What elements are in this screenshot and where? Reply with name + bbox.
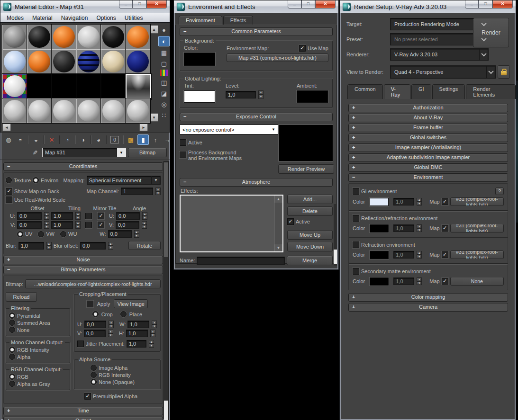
- blur-offset-spinner[interactable]: ▲▼: [108, 242, 113, 250]
- render-setup-titlebar[interactable]: Render Setup: V-Ray Adv 3.20.03 _ □ ✕: [340, 0, 516, 13]
- material-slot-empty[interactable]: [52, 74, 76, 98]
- effects-scroll-down-icon[interactable]: ▼: [274, 244, 282, 251]
- exposure-active-checkbox[interactable]: [180, 139, 186, 146]
- backlight-icon[interactable]: ◐: [158, 36, 170, 46]
- palette-scroll-up-icon[interactable]: ▲: [150, 25, 158, 34]
- effects-scroll-up-icon[interactable]: ▲: [274, 196, 282, 203]
- multiplier-field[interactable]: 1,0: [393, 277, 414, 285]
- minimize-button[interactable]: _: [119, 0, 133, 9]
- material-slot[interactable]: [2, 98, 27, 123]
- angle-v-spinner[interactable]: ▲▼: [142, 221, 147, 229]
- tab-render-elements[interactable]: Render Elements: [466, 84, 516, 99]
- level-field[interactable]: 1,0: [226, 91, 256, 98]
- checkbox-gi-environment[interactable]: [353, 188, 359, 195]
- rollout-noise[interactable]: +Noise: [3, 256, 163, 264]
- mono-rgb-intensity-radio[interactable]: [9, 347, 15, 353]
- go-to-parent-icon[interactable]: ↑: [150, 135, 161, 144]
- effects-listbox[interactable]: ▲ ▼: [180, 195, 283, 252]
- map-slot-button[interactable]: #31 (complex-roof-lights.hdr): [450, 224, 504, 232]
- show-background-icon[interactable]: ▮: [137, 134, 149, 145]
- multiplier-spinner[interactable]: ▲▼: [417, 277, 422, 285]
- reset-map-icon[interactable]: ✕: [46, 135, 57, 144]
- texture-radio[interactable]: [6, 177, 12, 183]
- close-button[interactable]: ✕: [146, 0, 167, 9]
- video-color-check-icon[interactable]: [160, 70, 168, 76]
- rollout-color-mapping[interactable]: +Color mapping: [348, 293, 508, 302]
- multiplier-spinner[interactable]: ▲▼: [417, 224, 422, 232]
- rollout-frame-buffer[interactable]: +Frame buffer: [348, 124, 508, 132]
- material-slot[interactable]: [126, 49, 150, 74]
- environ-radio[interactable]: [33, 177, 39, 183]
- menu-navigation[interactable]: Navigation: [57, 15, 92, 21]
- view-to-render-dropdown[interactable]: Quad 4 - Perspective: [390, 65, 496, 79]
- use-map-checkbox[interactable]: ✓: [299, 45, 306, 52]
- crop-v-field[interactable]: 0,0: [84, 330, 106, 337]
- material-id-channel-icon[interactable]: 0: [110, 136, 119, 143]
- crop-radio[interactable]: [92, 311, 99, 317]
- make-material-copy-icon[interactable]: ◔: [62, 135, 73, 144]
- vw-radio[interactable]: [38, 231, 44, 237]
- alpha-rgb-intensity-radio[interactable]: [91, 372, 97, 378]
- rollout-coordinates[interactable]: −Coordinates: [3, 162, 163, 171]
- multiplier-spinner[interactable]: ▲▼: [417, 251, 422, 259]
- effect-active-checkbox[interactable]: ✓: [287, 218, 294, 225]
- tab-environment[interactable]: Environment: [179, 16, 222, 25]
- rgb-output-rgb-radio[interactable]: [9, 374, 15, 380]
- palette-scroll-right-icon[interactable]: ►: [139, 124, 148, 131]
- close-button[interactable]: ✕: [492, 0, 513, 9]
- select-by-material-icon[interactable]: ◎: [159, 99, 169, 109]
- tab-effects[interactable]: Effects: [223, 16, 253, 25]
- crop-u-field[interactable]: 0,0: [84, 321, 106, 328]
- angle-w-spinner[interactable]: ▲▼: [134, 230, 139, 238]
- rollout-authorization[interactable]: +Authorization: [348, 104, 508, 112]
- map-slot-button[interactable]: #31 (complex-roof-lights.hdr): [450, 197, 504, 206]
- pick-material-eyedropper-icon[interactable]: ✎: [30, 148, 40, 157]
- material-slot[interactable]: [76, 49, 101, 74]
- background-color-swatch[interactable]: [184, 53, 215, 66]
- angle-w-field[interactable]: 0,0: [108, 230, 132, 238]
- rollout-exposure-control[interactable]: −Exposure Control: [180, 113, 333, 121]
- options-icon[interactable]: ◪: [159, 89, 169, 98]
- render-preview-button[interactable]: Render Preview: [278, 164, 334, 174]
- rollout-global-dmc[interactable]: +Global DMC: [348, 163, 508, 172]
- rollout-image-sampler-antialiasing-[interactable]: +Image sampler (Antialiasing): [348, 143, 508, 152]
- process-background-checkbox[interactable]: [180, 152, 186, 158]
- move-down-button[interactable]: Move Down: [287, 242, 333, 251]
- delete-effect-button[interactable]: Delete: [287, 206, 333, 216]
- minimize-button[interactable]: _: [465, 0, 479, 9]
- palette-scroll-left-icon[interactable]: ◄: [2, 124, 11, 131]
- view-image-button[interactable]: View Image: [114, 299, 148, 308]
- tint-color-swatch[interactable]: [184, 90, 215, 103]
- offset-v-field[interactable]: 0,0: [17, 221, 42, 229]
- reload-button[interactable]: Reload: [6, 292, 37, 302]
- mirror-v-checkbox[interactable]: [85, 222, 92, 228]
- tiling-v-spinner[interactable]: ▲▼: [75, 221, 81, 229]
- material-slot[interactable]: [2, 49, 27, 74]
- tab-gi[interactable]: GI: [411, 84, 431, 99]
- multiplier-field[interactable]: 1,0: [393, 224, 414, 232]
- map-slot-button[interactable]: None: [450, 277, 504, 286]
- parameters-scrollbar[interactable]: [164, 161, 169, 420]
- generate-preview-icon[interactable]: ◫: [159, 78, 169, 87]
- blur-spinner[interactable]: ▲▼: [46, 242, 52, 250]
- material-editor-titlebar[interactable]: Material Editor - Map #31 _ □ ✕: [0, 0, 170, 13]
- material-slot[interactable]: [126, 98, 150, 123]
- multiplier-spinner[interactable]: ▲▼: [417, 198, 422, 206]
- parameters-scrollbar-thumb[interactable]: [164, 162, 168, 257]
- add-effect-button[interactable]: Add...: [287, 195, 333, 204]
- rollout-output[interactable]: +Output: [3, 417, 163, 420]
- put-to-library-icon[interactable]: ◕: [93, 135, 104, 144]
- material-slot-hdr-preview[interactable]: [126, 74, 151, 99]
- menu-utilities[interactable]: Utilities: [120, 15, 147, 21]
- material-slot[interactable]: [27, 25, 52, 49]
- tab-v-ray[interactable]: V-Ray: [384, 84, 410, 99]
- map-checkbox[interactable]: ✓: [442, 198, 448, 205]
- rollout-global-switches[interactable]: +Global switches: [348, 134, 508, 142]
- material-slot[interactable]: [27, 49, 52, 74]
- put-material-to-scene-icon[interactable]: ◓: [15, 135, 26, 144]
- material-slot[interactable]: [2, 25, 27, 49]
- exposure-control-dropdown[interactable]: <no exposure control> ▼: [180, 125, 278, 134]
- blur-offset-field[interactable]: 0,0: [80, 242, 106, 250]
- map-checkbox[interactable]: ✓: [442, 225, 448, 232]
- tab-common[interactable]: Common: [347, 84, 383, 99]
